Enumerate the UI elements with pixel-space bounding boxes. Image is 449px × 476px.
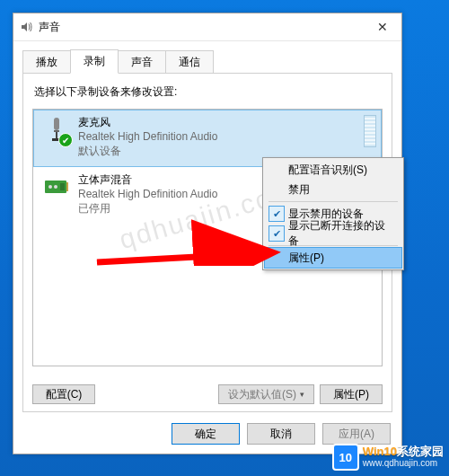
configure-button[interactable]: 配置(C) — [32, 384, 95, 404]
tab-strip: 播放 录制 声音 通信 — [13, 41, 401, 73]
apply-button[interactable]: 应用(A) — [322, 423, 391, 445]
cancel-button[interactable]: 取消 — [247, 423, 315, 445]
dialog-buttons: 确定 取消 应用(A) — [172, 423, 391, 445]
svg-rect-7 — [60, 183, 65, 190]
context-menu: 配置语音识别(S) 禁用 ✔ 显示禁用的设备 ✔ 显示已断开连接的设备 属性(P… — [262, 157, 404, 270]
close-button[interactable]: ✕ — [371, 17, 394, 37]
check-icon: ✔ — [269, 206, 285, 222]
svg-rect-2 — [56, 132, 57, 138]
svg-point-6 — [54, 185, 57, 189]
instruction-text: 选择以下录制设备来修改设置: — [34, 84, 383, 100]
default-badge-icon: ✔ — [58, 133, 73, 147]
menu-separator — [269, 201, 398, 202]
window-title: 声音 — [39, 20, 60, 35]
ok-button[interactable]: 确定 — [172, 423, 240, 445]
close-icon: ✕ — [377, 20, 388, 34]
svg-point-5 — [48, 185, 52, 189]
check-icon: ✔ — [269, 225, 285, 242]
svg-rect-1 — [54, 130, 59, 132]
menu-disable[interactable]: 禁用 — [265, 180, 401, 199]
device-status: 默认设备 — [78, 144, 360, 158]
sound-icon — [19, 20, 33, 34]
titlebar: 声音 ✕ — [13, 13, 401, 41]
svg-rect-0 — [54, 118, 59, 130]
level-meter — [364, 115, 376, 147]
brand-url: www.qdhuajin.com — [363, 457, 444, 469]
tab-sounds[interactable]: 声音 — [118, 50, 166, 74]
menu-item-label: 显示已断开连接的设备 — [288, 218, 394, 249]
soundcard-icon — [42, 172, 71, 201]
set-default-button[interactable]: 设为默认值(S) — [218, 384, 314, 404]
tab-bottom-buttons: 配置(C) 设为默认值(S) 属性(P) — [32, 384, 383, 404]
device-name: 麦克风 — [78, 115, 360, 129]
properties-button[interactable]: 属性(P) — [320, 384, 383, 404]
tab-recording[interactable]: 录制 — [70, 49, 119, 74]
menu-configure-speech[interactable]: 配置语音识别(S) — [265, 160, 401, 180]
tab-communications[interactable]: 通信 — [165, 50, 214, 74]
menu-properties[interactable]: 属性(P) — [264, 247, 402, 269]
tab-playback[interactable]: 播放 — [22, 50, 71, 74]
menu-show-disconnected[interactable]: ✔ 显示已断开连接的设备 — [265, 224, 401, 243]
svg-rect-8 — [66, 182, 68, 191]
device-desc: Realtek High Definition Audio — [78, 129, 360, 144]
